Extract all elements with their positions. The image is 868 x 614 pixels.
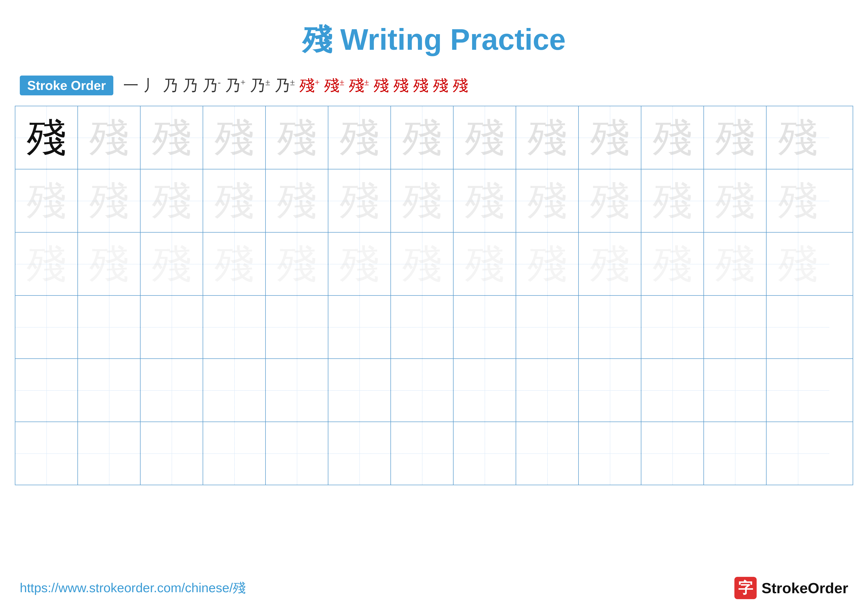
grid-cell-3-9[interactable]: 殘	[516, 233, 579, 295]
grid-cell-2-10[interactable]: 殘	[579, 169, 641, 232]
grid-cell-3-2[interactable]: 殘	[78, 233, 141, 295]
grid-cell-5-11[interactable]	[641, 359, 704, 421]
grid-cell-5-10[interactable]	[579, 359, 641, 421]
grid-cell-1-4[interactable]: 殘	[203, 106, 266, 169]
grid-cell-1-12[interactable]: 殘	[704, 106, 767, 169]
stroke-11: 殘±	[349, 75, 369, 96]
grid-cell-4-1[interactable]	[16, 296, 78, 358]
grid-cell-5-3[interactable]	[141, 359, 203, 421]
grid-cell-3-3[interactable]: 殘	[141, 233, 203, 295]
grid-cell-3-12[interactable]: 殘	[704, 233, 767, 295]
grid-cell-2-12[interactable]: 殘	[704, 169, 767, 232]
grid-cell-1-9[interactable]: 殘	[516, 106, 579, 169]
grid-cell-1-13[interactable]: 殘	[767, 106, 829, 169]
grid-cell-4-7[interactable]	[391, 296, 454, 358]
grid-cell-1-3[interactable]: 殘	[141, 106, 203, 169]
stroke-order-row: Stroke Order 一 丿 乃 乃 乃- 乃+ 乃± 乃± 殘+ 殘± 殘…	[0, 70, 868, 101]
grid-cell-5-12[interactable]	[704, 359, 767, 421]
grid-cell-5-9[interactable]	[516, 359, 579, 421]
footer-logo: 字 StrokeOrder	[735, 577, 848, 599]
grid-cell-2-8[interactable]: 殘	[454, 169, 516, 232]
grid-cell-6-8[interactable]	[454, 422, 516, 485]
grid-cell-3-10[interactable]: 殘	[579, 233, 641, 295]
grid-cell-2-1[interactable]: 殘	[16, 169, 78, 232]
grid-cell-4-9[interactable]	[516, 296, 579, 358]
grid-cell-2-4[interactable]: 殘	[203, 169, 266, 232]
stroke-2: 丿	[143, 75, 158, 96]
grid-cell-1-7[interactable]: 殘	[391, 106, 454, 169]
stroke-9: 殘+	[299, 75, 320, 96]
grid-cell-3-6[interactable]: 殘	[329, 233, 391, 295]
grid-cell-2-3[interactable]: 殘	[141, 169, 203, 232]
grid-cell-5-4[interactable]	[203, 359, 266, 421]
title-area: 殘 Writing Practice	[0, 0, 868, 70]
grid-cell-6-6[interactable]	[329, 422, 391, 485]
grid-cell-5-6[interactable]	[329, 359, 391, 421]
stroke-14: 殘	[413, 75, 429, 96]
stroke-13: 殘	[394, 75, 409, 96]
grid-cell-6-5[interactable]	[266, 422, 329, 485]
grid-cell-6-2[interactable]	[78, 422, 141, 485]
grid-cell-5-1[interactable]	[16, 359, 78, 421]
grid-cell-6-10[interactable]	[579, 422, 641, 485]
grid-cell-3-8[interactable]: 殘	[454, 233, 516, 295]
grid-cell-4-3[interactable]	[141, 296, 203, 358]
grid-cell-4-11[interactable]	[641, 296, 704, 358]
grid-cell-4-5[interactable]	[266, 296, 329, 358]
grid-cell-5-7[interactable]	[391, 359, 454, 421]
stroke-5: 乃-	[202, 75, 221, 96]
logo-text: StrokeOrder	[762, 580, 848, 597]
stroke-7: 乃±	[250, 75, 270, 96]
grid-cell-1-11[interactable]: 殘	[641, 106, 704, 169]
grid-cell-1-2[interactable]: 殘	[78, 106, 141, 169]
grid-cell-6-12[interactable]	[704, 422, 767, 485]
grid-cell-3-13[interactable]: 殘	[767, 233, 829, 295]
grid-cell-1-5[interactable]: 殘	[266, 106, 329, 169]
grid-cell-2-13[interactable]: 殘	[767, 169, 829, 232]
grid-cell-6-7[interactable]	[391, 422, 454, 485]
stroke-3: 乃	[163, 75, 178, 96]
grid-cell-6-11[interactable]	[641, 422, 704, 485]
grid-cell-3-1[interactable]: 殘	[16, 233, 78, 295]
stroke-1: 一	[123, 75, 139, 96]
page-title: 殘 Writing Practice	[302, 23, 566, 56]
footer-url[interactable]: https://www.strokeorder.com/chinese/殘	[20, 579, 246, 597]
stroke-8: 乃±	[274, 75, 295, 96]
grid-cell-2-9[interactable]: 殘	[516, 169, 579, 232]
grid-cell-2-6[interactable]: 殘	[329, 169, 391, 232]
practice-char: 殘	[27, 118, 66, 157]
grid-cell-3-5[interactable]: 殘	[266, 233, 329, 295]
grid-cell-6-3[interactable]	[141, 422, 203, 485]
grid-cell-6-4[interactable]	[203, 422, 266, 485]
grid-cell-6-1[interactable]	[16, 422, 78, 485]
grid-cell-1-1[interactable]: 殘	[16, 106, 78, 169]
grid-cell-5-2[interactable]	[78, 359, 141, 421]
grid-cell-4-8[interactable]	[454, 296, 516, 358]
stroke-order-badge: Stroke Order	[20, 76, 113, 95]
grid-cell-2-7[interactable]: 殘	[391, 169, 454, 232]
grid-cell-2-11[interactable]: 殘	[641, 169, 704, 232]
grid-row-1: 殘 殘 殘 殘 殘 殘 殘 殘 殘 殘 殘 殘 殘	[16, 106, 852, 169]
grid-cell-4-6[interactable]	[329, 296, 391, 358]
footer: https://www.strokeorder.com/chinese/殘 字 …	[20, 577, 848, 599]
grid-cell-2-5[interactable]: 殘	[266, 169, 329, 232]
grid-cell-3-4[interactable]: 殘	[203, 233, 266, 295]
grid-cell-1-8[interactable]: 殘	[454, 106, 516, 169]
grid-cell-3-11[interactable]: 殘	[641, 233, 704, 295]
grid-cell-5-13[interactable]	[767, 359, 829, 421]
grid-cell-2-2[interactable]: 殘	[78, 169, 141, 232]
grid-cell-4-10[interactable]	[579, 296, 641, 358]
grid-cell-4-4[interactable]	[203, 296, 266, 358]
grid-cell-4-13[interactable]	[767, 296, 829, 358]
grid-cell-5-5[interactable]	[266, 359, 329, 421]
grid-cell-1-10[interactable]: 殘	[579, 106, 641, 169]
stroke-10: 殘±	[324, 75, 344, 96]
grid-cell-4-12[interactable]	[704, 296, 767, 358]
stroke-15: 殘	[433, 75, 448, 96]
grid-cell-3-7[interactable]: 殘	[391, 233, 454, 295]
grid-cell-6-9[interactable]	[516, 422, 579, 485]
grid-cell-1-6[interactable]: 殘	[329, 106, 391, 169]
grid-cell-6-13[interactable]	[767, 422, 829, 485]
grid-cell-4-2[interactable]	[78, 296, 141, 358]
grid-cell-5-8[interactable]	[454, 359, 516, 421]
